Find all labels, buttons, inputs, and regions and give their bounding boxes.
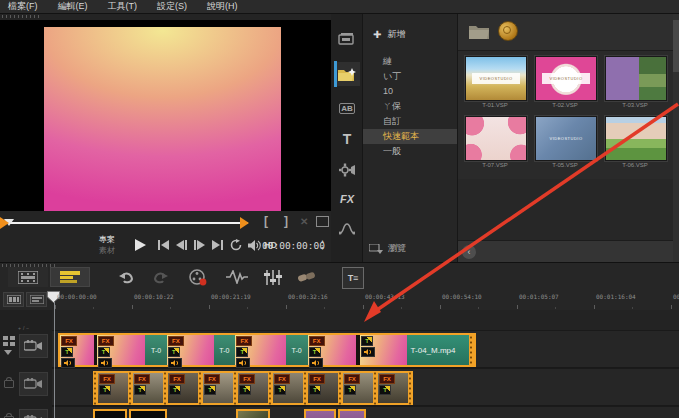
category-item-6[interactable]: 一般 <box>363 144 457 159</box>
mode-clip-toggle[interactable]: 素材 <box>99 246 115 255</box>
redo-button[interactable] <box>150 267 170 287</box>
timeline-zoom-control[interactable]: +/− <box>18 325 31 331</box>
next-frame-button[interactable] <box>192 238 208 252</box>
video-clip[interactable]: FXT <box>308 335 357 365</box>
playhead-line[interactable] <box>54 302 55 418</box>
menu-item-4[interactable]: 說明(H) <box>207 0 238 13</box>
go-to-start-button[interactable] <box>156 238 172 252</box>
clip-trim-handle[interactable] <box>408 371 413 405</box>
template-thumbnail[interactable] <box>605 56 667 101</box>
overlay2-clip[interactable]: T <box>304 409 336 418</box>
medallion-icon[interactable] <box>498 21 518 41</box>
overlay2-clip[interactable]: T <box>93 409 127 418</box>
video-clip[interactable]: FXT <box>97 335 146 365</box>
category-item-3[interactable]: ㄚ保 <box>363 99 457 114</box>
overlay-clip[interactable]: FXT <box>238 371 268 405</box>
repeat-button[interactable] <box>228 238 244 252</box>
overlay-clip[interactable]: FXT <box>168 371 198 405</box>
category-item-2[interactable]: 10 <box>363 84 457 99</box>
template-thumbnail[interactable]: VIDEOSTUDIO <box>465 56 527 101</box>
menu-item-0[interactable]: 檔案(F) <box>8 0 38 13</box>
overlay2-clip[interactable]: T <box>129 409 167 418</box>
audio-wave-icon[interactable] <box>224 267 250 287</box>
category-item-5[interactable]: 快速範本 <box>363 129 457 144</box>
transition-clip[interactable]: T-0 <box>145 335 167 365</box>
category-item-0[interactable]: 縺 <box>363 54 457 69</box>
template-thumbnail[interactable] <box>605 116 667 161</box>
overlay-track1-clips[interactable]: FXTFXTFXTFXTFXTFXTFXTFXTFXT <box>93 371 413 405</box>
template-thumbnail[interactable]: VIDEOSTUDIO <box>535 56 597 101</box>
browse-button[interactable]: 瀏覽 <box>369 242 406 255</box>
overlay2-clip[interactable]: T <box>236 409 270 418</box>
overlay-clip[interactable]: FXT <box>343 371 373 405</box>
template-thumbnail[interactable]: VIDEOSTUDIO <box>535 116 597 161</box>
overlay2-clip[interactable]: T <box>338 409 366 418</box>
menu-item-1[interactable]: 編輯(E) <box>58 0 88 13</box>
overlay-clip[interactable]: FXT <box>308 371 338 405</box>
video-clip[interactable]: FXT <box>167 335 214 365</box>
library-scrollbar[interactable] <box>673 14 679 262</box>
video-clip[interactable]: FXT <box>60 335 94 365</box>
enlarge-preview-icon[interactable] <box>316 216 329 227</box>
template-thumbnail[interactable] <box>465 116 527 161</box>
track-manager-icon[interactable] <box>3 336 16 347</box>
panel-grip[interactable] <box>2 15 42 18</box>
undo-button[interactable] <box>116 267 136 287</box>
track-view-icon-a[interactable] <box>3 292 24 307</box>
overlay-track2-button[interactable] <box>19 409 48 418</box>
clip-trim-handle[interactable] <box>469 335 474 365</box>
folder-icon[interactable] <box>468 23 490 40</box>
video-clip[interactable]: T <box>360 335 407 365</box>
record-capture-icon[interactable] <box>186 267 210 287</box>
overlay-clip[interactable]: FXT <box>98 371 128 405</box>
trim-handle-start[interactable] <box>0 217 9 229</box>
storyboard-view-button[interactable] <box>8 267 48 287</box>
timecode-display[interactable]: 00:00:00:00 <box>262 238 318 253</box>
instant-project-icon[interactable] <box>334 62 360 86</box>
menu-item-2[interactable]: 工具(T) <box>108 0 138 13</box>
category-item-1[interactable]: い丁 <box>363 69 457 84</box>
menu-item-3[interactable]: 設定(S) <box>157 0 187 13</box>
video-file-clip[interactable]: T-04_M.mp4 <box>407 335 469 365</box>
library-panel: AB T FX ✚ 新增 縺い丁10ㄚ保自訂快速範本一般 瀏覽 <box>331 14 679 262</box>
overlay-clip[interactable]: FXT <box>133 371 163 405</box>
play-button[interactable] <box>130 235 150 255</box>
timeline-view-button[interactable] <box>50 267 90 287</box>
category-item-4[interactable]: 自訂 <box>363 114 457 129</box>
scrubber-track[interactable] <box>3 222 248 224</box>
graphic-icon[interactable] <box>334 158 360 182</box>
transition-clip[interactable]: T-0 <box>214 335 236 365</box>
mark-out-button[interactable]: ] <box>284 214 288 228</box>
split-clip-button[interactable]: ✕ <box>300 216 308 227</box>
scrollbar-thumb[interactable] <box>673 20 679 72</box>
auto-music-icon[interactable] <box>294 267 320 287</box>
trim-handle-end[interactable] <box>240 217 249 229</box>
mark-in-button[interactable]: [ <box>264 214 268 228</box>
subtitle-editor-button[interactable]: T≡ <box>342 267 364 289</box>
video-track-button[interactable] <box>19 334 48 358</box>
previous-frame-button[interactable] <box>174 238 190 252</box>
video-clip[interactable]: FXT <box>235 335 286 365</box>
go-to-end-button[interactable] <box>210 238 226 252</box>
mode-project-toggle[interactable]: 專案 <box>99 235 115 244</box>
add-category-button[interactable]: ✚ 新增 <box>373 28 405 41</box>
overlay-clip[interactable]: FXT <box>378 371 408 405</box>
overlay-clip[interactable]: FXT <box>273 371 303 405</box>
timeline-ruler[interactable]: 00:00:00:0000:00:10:2200:00:21:1900:00:3… <box>0 290 679 311</box>
volume-icon[interactable] <box>246 238 262 252</box>
media-library-icon[interactable] <box>334 28 360 52</box>
transition-icon[interactable]: AB <box>334 96 360 120</box>
track-view-icon-b[interactable] <box>26 292 47 307</box>
chevron-down-icon[interactable] <box>4 350 12 355</box>
timecode-spinner[interactable]: ▲ ▼ <box>320 238 325 252</box>
lock-track2-icon[interactable] <box>4 380 14 388</box>
video-track-clip-group[interactable]: FXTFXTT-0FXTT-0FXTT-0FXTTT-04_M.mp4 <box>58 333 476 367</box>
title-icon[interactable]: T <box>334 127 360 151</box>
filter-icon[interactable]: FX <box>334 187 360 211</box>
transition-clip[interactable]: T-0 <box>286 335 308 365</box>
collapse-panel-button[interactable]: ‹ <box>462 245 476 259</box>
sound-mixer-icon[interactable] <box>260 267 286 287</box>
overlay-clip[interactable]: FXT <box>203 371 233 405</box>
motion-path-icon[interactable] <box>334 216 360 240</box>
overlay-track1-button[interactable] <box>19 372 48 396</box>
